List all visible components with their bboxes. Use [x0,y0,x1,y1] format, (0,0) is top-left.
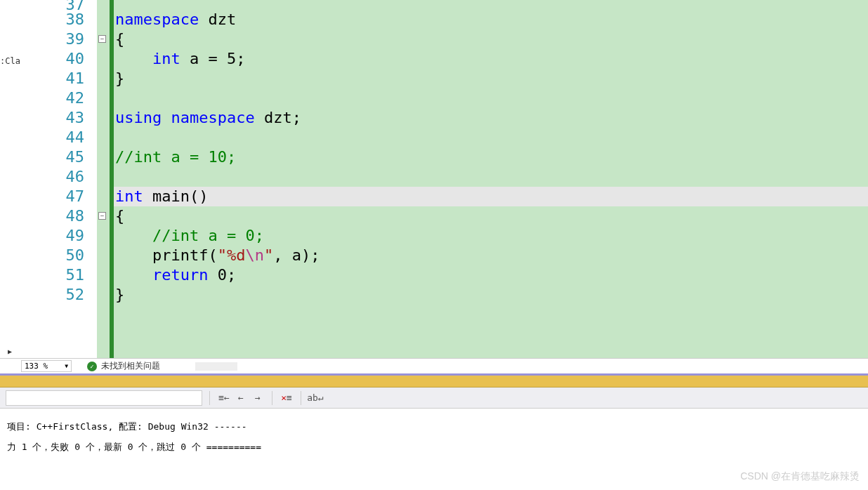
code-folding-column[interactable]: −− [97,0,110,358]
divider-band [0,373,868,388]
separator [301,391,301,405]
editor-status-bar: 133 % ▼ ✓ 未找到相关问题 [0,358,868,373]
code-line[interactable]: } [114,285,868,305]
watermark: CSDN @在肯德基吃麻辣烫 [740,470,860,483]
code-line[interactable]: return 0; [114,265,868,285]
clear-all-icon[interactable]: ×≡ [280,391,294,405]
code-line[interactable]: namespace dzt [114,10,868,29]
code-line[interactable] [114,167,868,187]
goto-prev-icon[interactable]: ≡← [217,391,231,405]
chevron-down-icon: ▼ [65,363,68,369]
code-line[interactable]: int main() [114,187,868,206]
output-line: 项目: C++FirstClass, 配置: Debug Win32 -----… [7,417,861,437]
code-line[interactable]: { [114,29,868,49]
zoom-value: 133 % [25,362,48,371]
code-line[interactable]: } [114,69,868,88]
code-line[interactable]: using namespace dzt; [114,108,868,128]
fold-toggle-icon[interactable]: − [98,212,106,220]
code-line[interactable]: //int a = 10; [114,147,868,167]
horizontal-scrollbar[interactable] [195,362,237,371]
line-number-gutter: 37383940414243444546474849505152 [20,0,97,358]
goto-next-icon[interactable]: ← [234,391,248,405]
fold-toggle-icon[interactable]: − [98,35,106,43]
separator [209,391,210,405]
code-line[interactable]: int a = 5; [114,49,868,69]
code-editor[interactable]: ▶ 37383940414243444546474849505152 −− na… [0,0,868,358]
expand-arrow-icon[interactable]: ▶ [8,347,12,355]
status-ok-icon: ✓ [87,362,97,371]
left-gutter-panel: ▶ [0,0,20,358]
separator [272,391,272,405]
output-line: 力 1 个，失败 0 个，最新 0 个，跳过 0 个 ========== [7,437,861,458]
output-toolbar: ≡← ← → ×≡ ab↵ [0,388,868,409]
goto-icon[interactable]: → [251,391,265,405]
output-source-dropdown[interactable] [6,390,202,406]
code-line[interactable] [114,88,868,108]
sidebar-fragment: :Cla [0,56,20,66]
code-line[interactable] [114,0,868,10]
code-line[interactable] [114,128,868,147]
code-line[interactable]: printf("%d\n", a); [114,246,868,265]
zoom-selector[interactable]: 133 % ▼ [21,360,72,372]
status-message: 未找到相关问题 [101,360,160,372]
code-content[interactable]: namespace dzt{ int a = 5;}using namespac… [114,0,868,358]
code-line[interactable]: //int a = 0; [114,226,868,246]
toggle-wrap-icon[interactable]: ab↵ [308,391,322,405]
code-line[interactable]: { [114,206,868,226]
output-panel[interactable]: 项目: C++FirstClass, 配置: Debug Win32 -----… [0,409,868,465]
